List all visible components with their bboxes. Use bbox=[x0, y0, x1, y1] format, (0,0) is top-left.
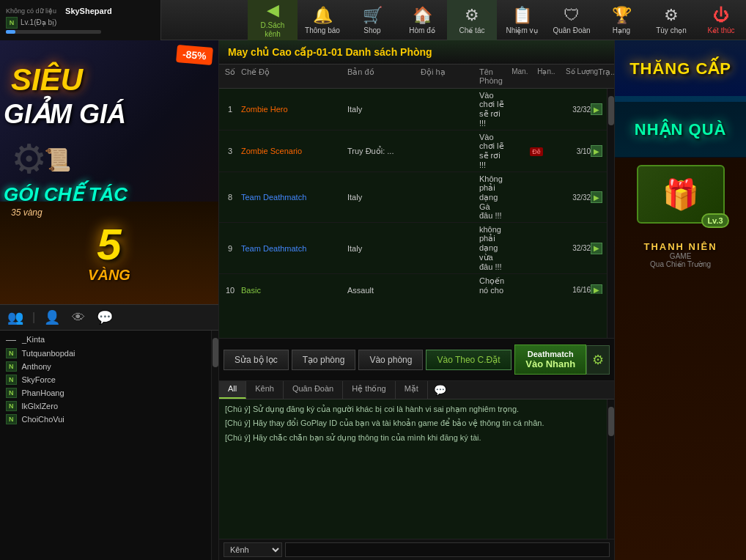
room-action[interactable]: ▶ bbox=[591, 191, 607, 203]
nav-hang-label: Hạng bbox=[613, 26, 630, 34]
left-panel: -85% Siêu Giảm Giá ⚙ 📜 Gói Chế Tác 35 và… bbox=[0, 40, 218, 560]
col-header-no: Số bbox=[219, 67, 241, 85]
chat-message: [Chú ý] Sử dụng đăng ký của người khác b… bbox=[225, 404, 601, 415]
upgrade-banner[interactable]: THĂNG CẤP NHẬN QUÀ bbox=[615, 40, 746, 158]
chat-scrollbar[interactable] bbox=[607, 399, 614, 539]
level-n-badge: N bbox=[6, 401, 17, 411]
chat-tab-he-thong[interactable]: Hệ thống bbox=[343, 381, 395, 399]
promo-giam-gia-text: Giảm Giá bbox=[4, 99, 126, 130]
nav-thong-bao-label: Thông báo bbox=[305, 26, 340, 34]
friends-scrollbar-thumb bbox=[213, 338, 218, 367]
room-list-scrollbar[interactable] bbox=[607, 89, 614, 338]
room-no: 3 bbox=[219, 147, 241, 155]
room-name: Chọến nó cho chê !!! bbox=[479, 276, 504, 294]
friend-item[interactable]: — _Kinta bbox=[0, 332, 211, 347]
nav-hang[interactable]: 🏆 Hạng bbox=[597, 0, 646, 40]
nav-hom-do[interactable]: 🏠 Hòm đồ bbox=[397, 0, 447, 40]
col-header-man: Man. bbox=[512, 67, 537, 85]
join-code-button[interactable]: Vào Theo C.Đặt bbox=[426, 350, 511, 370]
room-map: Truy Đuổi: ... bbox=[347, 147, 421, 156]
col-header-mode: Chế Độ bbox=[241, 67, 347, 85]
user-info-panel: Không có dữ liệu SkyShepard N Lv.1(Đạ bị… bbox=[0, 0, 161, 40]
nav-dsach-kenh[interactable]: ◀ D.Sáchkênh bbox=[248, 0, 298, 40]
join-room-button[interactable]: Vào phòng bbox=[358, 350, 423, 370]
friends-scrollbar[interactable] bbox=[211, 331, 218, 560]
nav-che-tac[interactable]: ⚙ Chế tác bbox=[447, 0, 497, 40]
col-header-map: Bản đồ bbox=[347, 67, 421, 85]
chat-tab-all[interactable]: All bbox=[219, 381, 246, 399]
filter-button[interactable]: Sửa bộ lọc bbox=[224, 350, 289, 370]
friends-tab-icon-friends[interactable]: 👥 bbox=[4, 308, 26, 327]
chat-channel-select[interactable]: Kênh bbox=[224, 542, 282, 557]
chat-text-input[interactable] bbox=[285, 542, 610, 557]
room-mode: Zombie Scenario bbox=[241, 147, 347, 155]
nav-ket-thuc-label: Kết thúc bbox=[707, 26, 734, 34]
friend-name: Anthony bbox=[22, 362, 206, 371]
chat-more-button[interactable]: 💬 bbox=[428, 381, 452, 399]
table-row[interactable]: 10 Basic Assault Chọến nó cho chê !!! 16… bbox=[219, 274, 607, 294]
chat-tab-kenh[interactable]: Kênh bbox=[246, 381, 284, 399]
user-level-badge: N bbox=[6, 17, 18, 29]
friend-item[interactable]: N SkyForce bbox=[0, 373, 211, 386]
chat-tab-mat[interactable]: Mặt bbox=[396, 381, 428, 399]
friends-tab-icon-recent[interactable]: 👁 bbox=[69, 309, 88, 327]
friend-item[interactable]: N Tutquanbopdai bbox=[0, 347, 211, 360]
room-action[interactable]: ▶ bbox=[591, 145, 607, 157]
col-header-team: Đội hạ bbox=[421, 67, 479, 85]
quick-join-button[interactable]: Deathmatch Vào Nhanh bbox=[514, 345, 586, 375]
room-map: Italy bbox=[347, 193, 421, 202]
col-header-action: Trạ... bbox=[598, 67, 614, 85]
friend-item[interactable]: N PhanHoang bbox=[0, 386, 211, 399]
level-n-badge: N bbox=[6, 375, 17, 385]
friends-tab-icon-chat[interactable]: 💬 bbox=[94, 308, 116, 327]
table-row[interactable]: 3 Zombie Scenario Truy Đuổi: ... Vào chơ… bbox=[219, 130, 607, 172]
nav-ket-thuc[interactable]: ⏻ Kết thúc bbox=[696, 0, 746, 40]
room-action[interactable]: ▶ bbox=[591, 284, 607, 295]
friend-item[interactable]: N Anthony bbox=[0, 360, 211, 373]
table-row[interactable]: 1 Zombie Hero Italy Vào chơi lẽ sẽ rơi !… bbox=[219, 89, 607, 130]
no-data-label: Không có dữ liệu bbox=[6, 7, 56, 15]
level-n-badge: N bbox=[6, 388, 17, 398]
friends-tab-icon-group[interactable]: 👤 bbox=[41, 308, 63, 327]
gift-banner[interactable]: 🎁 Lv.3 THANH NIÊN GAME Qua Chiến Trường bbox=[615, 158, 746, 560]
room-list-header: May chủ Cao cấp-01-01 Danh sách Phòng bbox=[219, 40, 614, 65]
dash-icon: — bbox=[6, 334, 16, 345]
right-ads-panel: THĂNG CẤP NHẬN QUÀ 🎁 Lv.3 THANH NIÊN GAM… bbox=[614, 40, 746, 560]
exp-fill bbox=[6, 30, 15, 34]
nav-quan-doan-label: Quân Đoàn bbox=[553, 26, 590, 34]
chat-tab-quan-doan[interactable]: Quân Đoàn bbox=[284, 381, 343, 399]
friend-item[interactable]: N ChoiChoVui bbox=[0, 413, 211, 426]
room-action[interactable]: ▶ bbox=[591, 103, 607, 115]
room-count: 32/32 bbox=[550, 194, 591, 202]
promo-banner[interactable]: -85% Siêu Giảm Giá ⚙ 📜 Gói Chế Tác 35 và… bbox=[0, 40, 218, 304]
nav-nhiem-vu-label: Nhiệm vụ bbox=[506, 26, 537, 34]
receive-text: NHẬN QUÀ bbox=[635, 120, 727, 139]
nav-quan-doan[interactable]: 🛡 Quân Đoàn bbox=[547, 0, 597, 40]
center-panel: May chủ Cao cấp-01-01 Danh sách Phòng Số… bbox=[218, 40, 614, 560]
nav-shop[interactable]: 🛒 Shop bbox=[347, 0, 397, 40]
room-action[interactable]: ▶ bbox=[591, 243, 607, 254]
nav-hom-do-label: Hòm đồ bbox=[409, 26, 435, 34]
room-count: 16/16 bbox=[550, 286, 591, 294]
friend-name: lkGlxlZero bbox=[22, 402, 206, 410]
main-content: -85% Siêu Giảm Giá ⚙ 📜 Gói Chế Tác 35 và… bbox=[0, 40, 746, 560]
nav-tuy-chon[interactable]: ⚙ Tùy chọn bbox=[646, 0, 696, 40]
nav-tuy-chon-label: Tùy chọn bbox=[656, 26, 687, 34]
power-icon: ⏻ bbox=[713, 6, 729, 25]
room-no: 8 bbox=[219, 193, 241, 202]
brand-sub: GAME bbox=[644, 252, 717, 260]
table-row[interactable]: 8 Team Deathmatch Italy Không phải dạng … bbox=[219, 172, 607, 223]
tuy-chon-icon: ⚙ bbox=[664, 6, 679, 25]
gift-box: 🎁 Lv.3 bbox=[637, 165, 725, 224]
create-room-button[interactable]: Tạo phòng bbox=[292, 350, 356, 370]
nav-nhiem-vu[interactable]: 📋 Nhiệm vụ bbox=[497, 0, 547, 40]
friend-item[interactable]: N lkGlxlZero bbox=[0, 399, 211, 413]
table-row[interactable]: 9 Team Deathmatch Italy không phải dạng … bbox=[219, 223, 607, 274]
back-icon: ◀ bbox=[267, 1, 279, 20]
nav-thong-bao[interactable]: 🔔 Thông báo bbox=[298, 0, 347, 40]
friends-section: 👥 | 👤 👁 💬 — _Kinta N Tutquanbopdai bbox=[0, 304, 218, 560]
scroll-decor-icon: 📜 bbox=[44, 147, 71, 172]
vang-count-label: 35 vàng bbox=[11, 207, 43, 218]
quick-join-settings-button[interactable]: ⚙ bbox=[586, 345, 610, 375]
chat-scrollbar-thumb bbox=[608, 407, 614, 436]
